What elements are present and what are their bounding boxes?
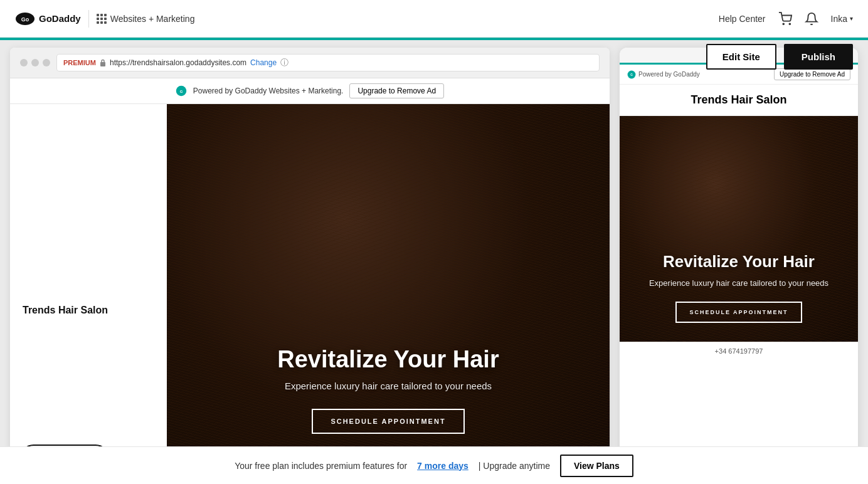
mobile-hero-subtitle: Experience luxury hair care tailored to … <box>632 278 845 289</box>
svg-rect-4 <box>100 62 105 66</box>
mobile-powered-text: Powered by GoDaddy <box>638 71 700 78</box>
mobile-hero-title: Revitalize Your Hair <box>632 252 845 271</box>
premium-badge: PREMIUM <box>63 59 96 66</box>
user-menu[interactable]: Inka ▾ <box>831 14 853 24</box>
brand-name: GoDaddy <box>39 13 81 24</box>
change-link[interactable]: Change <box>250 58 277 67</box>
cart-icon[interactable] <box>778 12 792 26</box>
browser-chrome: PREMIUM https://trendshairsalon.godaddys… <box>10 48 610 78</box>
bell-icon[interactable] <box>805 12 818 26</box>
site-sidebar: Trends Hair Salon 💬 Contact Us <box>10 104 167 484</box>
desktop-ad-banner: G Powered by GoDaddy Websites + Marketin… <box>10 78 610 104</box>
powered-logo-icon: G <box>176 85 187 97</box>
mobile-phone-bar: +34 674197797 <box>620 342 858 360</box>
plan-days-link[interactable]: 7 more days <box>417 461 468 471</box>
app-name-label: Websites + Marketing <box>110 14 195 24</box>
nav-left: Go GoDaddy Websites + Marketing <box>15 10 194 28</box>
plan-banner: Your free plan includes premium features… <box>0 446 868 484</box>
powered-text: Powered by GoDaddy Websites + Marketing. <box>193 87 344 95</box>
svg-text:G: G <box>630 73 633 76</box>
desktop-upgrade-button[interactable]: Upgrade to Remove Ad <box>349 83 444 98</box>
nav-divider <box>88 10 89 28</box>
mobile-hero-background: Revitalize Your Hair Experience luxury h… <box>620 116 858 342</box>
view-plans-button[interactable]: View Plans <box>560 455 633 477</box>
hero-subtitle: Experience luxury hair care tailored to … <box>192 381 585 391</box>
address-bar: PREMIUM https://trendshairsalon.godaddys… <box>56 54 600 71</box>
browser-dot-red <box>20 59 28 66</box>
godaddy-logo[interactable]: Go GoDaddy <box>15 12 81 26</box>
main-area: PREMIUM https://trendshairsalon.godaddys… <box>0 38 868 484</box>
svg-point-3 <box>789 23 790 24</box>
mobile-powered-icon: G <box>627 70 636 79</box>
phone-number: +34 674197797 <box>715 347 763 355</box>
lock-icon <box>100 59 106 66</box>
user-name: Inka <box>831 14 847 24</box>
mobile-upgrade-button[interactable]: Upgrade to Remove Ad <box>774 68 850 80</box>
desktop-preview: PREMIUM https://trendshairsalon.godaddys… <box>10 48 610 484</box>
hero-title: Revitalize Your Hair <box>192 346 585 373</box>
nav-right: Help Center Inka ▾ <box>719 12 853 26</box>
svg-point-2 <box>783 23 784 24</box>
hero-background: Revitalize Your Hair Experience luxury h… <box>167 104 610 484</box>
browser-dot-yellow <box>31 59 39 66</box>
mobile-hero-content: Revitalize Your Hair Experience luxury h… <box>620 252 858 323</box>
sidebar-salon-name: Trends Hair Salon <box>23 305 154 316</box>
nav-app-name[interactable]: Websites + Marketing <box>97 14 195 24</box>
mobile-preview: G Powered by GoDaddy Upgrade to Remove A… <box>620 48 858 484</box>
mobile-site-name: Trends Hair Salon <box>620 85 858 116</box>
plan-prefix-text: Your free plan includes premium features… <box>235 461 407 471</box>
chevron-down-icon: ▾ <box>850 15 853 22</box>
browser-dots <box>20 59 50 66</box>
schedule-appointment-button[interactable]: SCHEDULE APPOINTMENT <box>312 409 464 434</box>
svg-text:G: G <box>180 90 183 93</box>
site-content: Trends Hair Salon 💬 Contact Us Revitaliz… <box>10 104 610 484</box>
help-center-link[interactable]: Help Center <box>719 14 766 24</box>
godaddy-logo-icon: Go <box>15 12 35 26</box>
top-navigation: Go GoDaddy Websites + Marketing Help Cen… <box>0 0 868 38</box>
mobile-powered-section: G Powered by GoDaddy <box>627 70 700 79</box>
help-circle-icon: ⓘ <box>280 57 288 68</box>
hero-content: Revitalize Your Hair Experience luxury h… <box>167 346 610 434</box>
action-bar: Edit Site Publish <box>706 44 853 70</box>
url-text: https://trendshairsalon.godaddysites.com <box>110 58 246 67</box>
mobile-schedule-button[interactable]: SCHEDULE APPOINTMENT <box>675 302 802 323</box>
svg-text:Go: Go <box>21 16 29 23</box>
edit-site-button[interactable]: Edit Site <box>706 44 776 70</box>
plan-separator: | Upgrade anytime <box>479 461 550 471</box>
mobile-hero-section: Revitalize Your Hair Experience luxury h… <box>620 116 858 342</box>
publish-button[interactable]: Publish <box>784 44 853 70</box>
grid-icon <box>97 14 107 24</box>
browser-dot-green <box>43 59 50 66</box>
hero-section: Revitalize Your Hair Experience luxury h… <box>167 104 610 484</box>
